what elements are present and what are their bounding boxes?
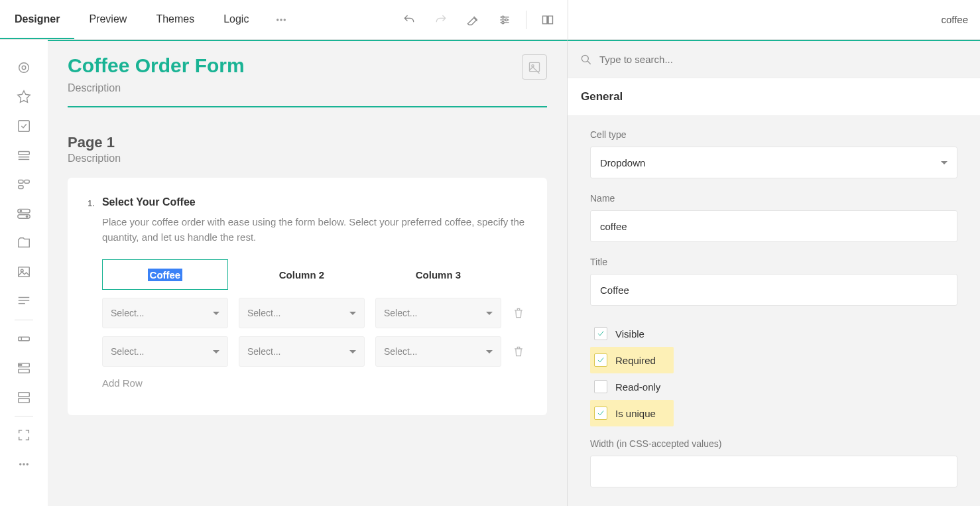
svg-rect-27 xyxy=(19,337,30,341)
question-title[interactable]: Select Your Coffee xyxy=(102,196,526,208)
radiogroup-icon[interactable] xyxy=(11,53,37,82)
question-card[interactable]: 1. Select Your Coffee Place your coffee … xyxy=(68,178,547,415)
required-check-row[interactable]: Required xyxy=(590,347,674,373)
title-input[interactable] xyxy=(600,285,948,296)
readonly-check-row[interactable]: Read-only xyxy=(590,373,957,400)
cell-dropdown[interactable]: Select... xyxy=(102,298,228,328)
expand-icon[interactable] xyxy=(11,420,37,450)
delete-row-icon[interactable] xyxy=(512,301,526,325)
tab-more-icon[interactable] xyxy=(263,14,299,26)
eraser-icon[interactable] xyxy=(459,7,486,33)
settings-icon[interactable] xyxy=(491,7,518,33)
toolbox xyxy=(0,40,48,506)
properties-search[interactable] xyxy=(568,41,980,78)
question-help[interactable]: Place your coffee order with ease using … xyxy=(102,215,526,245)
column-header-3[interactable]: Column 3 xyxy=(375,259,501,290)
svg-point-10 xyxy=(22,66,26,70)
width-input[interactable] xyxy=(600,466,948,477)
chevron-down-icon xyxy=(213,312,219,315)
survey-description[interactable]: Description xyxy=(68,82,522,94)
comment-icon[interactable] xyxy=(11,286,37,316)
svg-point-9 xyxy=(19,63,29,73)
file-icon[interactable] xyxy=(11,228,37,257)
page-description[interactable]: Description xyxy=(68,153,547,164)
svg-rect-11 xyxy=(19,121,30,132)
design-canvas: Coffee Order Form Description Page 1 Des… xyxy=(48,40,568,506)
tab-logic[interactable]: Logic xyxy=(209,0,263,39)
svg-point-39 xyxy=(582,55,588,62)
add-row-button[interactable]: Add Row xyxy=(102,377,526,389)
divider xyxy=(526,11,526,29)
matrix-row: Select... Select... Select... xyxy=(102,336,526,367)
tab-themes[interactable]: Themes xyxy=(141,0,209,39)
title-input-wrap xyxy=(590,274,957,306)
survey-header[interactable]: Coffee Order Form Description xyxy=(68,54,547,107)
column-header-2[interactable]: Column 2 xyxy=(239,259,365,290)
search-icon xyxy=(580,53,593,66)
svg-rect-30 xyxy=(19,369,30,373)
page-title[interactable]: Page 1 xyxy=(68,134,547,151)
top-tabs: Designer Preview Themes Logic xyxy=(0,0,299,39)
multipletext-icon[interactable] xyxy=(11,353,37,383)
required-label: Required xyxy=(615,355,656,366)
check-icon xyxy=(594,407,607,420)
top-actions xyxy=(396,7,568,33)
page-header[interactable]: Page 1 Description xyxy=(68,134,547,164)
name-label: Name xyxy=(590,193,957,204)
chevron-down-icon xyxy=(213,350,219,353)
width-input-wrap xyxy=(590,456,957,487)
svg-point-35 xyxy=(23,464,25,465)
tagbox-icon[interactable] xyxy=(11,170,37,199)
book-icon[interactable] xyxy=(534,7,561,33)
dropdown-icon[interactable] xyxy=(11,141,37,170)
svg-rect-22 xyxy=(19,267,30,277)
cell-dropdown[interactable]: Select... xyxy=(102,336,228,367)
properties-search-input[interactable] xyxy=(599,54,968,65)
checkbox-icon[interactable] xyxy=(11,111,37,141)
svg-rect-37 xyxy=(530,62,540,71)
toolbox-separator xyxy=(15,416,33,416)
delete-row-icon[interactable] xyxy=(512,340,526,363)
cell-dropdown[interactable]: Select... xyxy=(375,298,501,328)
props-section-general[interactable]: General xyxy=(568,78,980,116)
tab-preview[interactable]: Preview xyxy=(74,0,141,39)
logo-placeholder-icon[interactable] xyxy=(522,54,547,80)
svg-rect-32 xyxy=(19,393,30,397)
singleinput-icon[interactable] xyxy=(11,324,37,353)
rating-icon[interactable] xyxy=(11,82,37,111)
panel-icon[interactable] xyxy=(11,383,37,412)
celltype-select[interactable]: Dropdown xyxy=(590,147,957,178)
checkbox-empty xyxy=(594,380,607,393)
svg-point-21 xyxy=(26,216,29,218)
svg-rect-12 xyxy=(19,152,30,155)
svg-point-8 xyxy=(502,21,504,23)
breadcrumb: coffee xyxy=(568,0,980,40)
visible-check-row[interactable]: Visible xyxy=(590,320,957,347)
image-icon[interactable] xyxy=(11,257,37,286)
chevron-down-icon xyxy=(349,312,356,315)
survey-title[interactable]: Coffee Order Form xyxy=(68,54,522,77)
boolean-icon[interactable] xyxy=(11,199,37,228)
column-header-coffee[interactable]: Coffee xyxy=(102,259,228,290)
name-input[interactable] xyxy=(600,221,948,232)
undo-icon[interactable] xyxy=(396,7,422,33)
svg-point-6 xyxy=(502,16,504,18)
svg-rect-16 xyxy=(25,180,29,184)
visible-label: Visible xyxy=(615,328,644,340)
tab-designer[interactable]: Designer xyxy=(0,0,74,39)
chevron-down-icon xyxy=(941,161,948,164)
redo-icon[interactable] xyxy=(428,7,454,33)
title-label: Title xyxy=(590,257,957,267)
cell-dropdown[interactable]: Select... xyxy=(375,336,501,367)
top-nav: Designer Preview Themes Logic xyxy=(0,0,568,40)
cell-dropdown[interactable]: Select... xyxy=(239,336,365,367)
toolbox-separator xyxy=(15,320,33,320)
more-icon[interactable] xyxy=(11,450,37,479)
chevron-down-icon xyxy=(349,350,356,353)
isunique-check-row[interactable]: Is unique xyxy=(590,400,674,426)
celltype-label: Cell type xyxy=(590,129,957,140)
name-input-wrap xyxy=(590,210,957,242)
svg-point-0 xyxy=(277,19,278,20)
question-number: 1. xyxy=(88,198,99,208)
cell-dropdown[interactable]: Select... xyxy=(239,298,365,328)
